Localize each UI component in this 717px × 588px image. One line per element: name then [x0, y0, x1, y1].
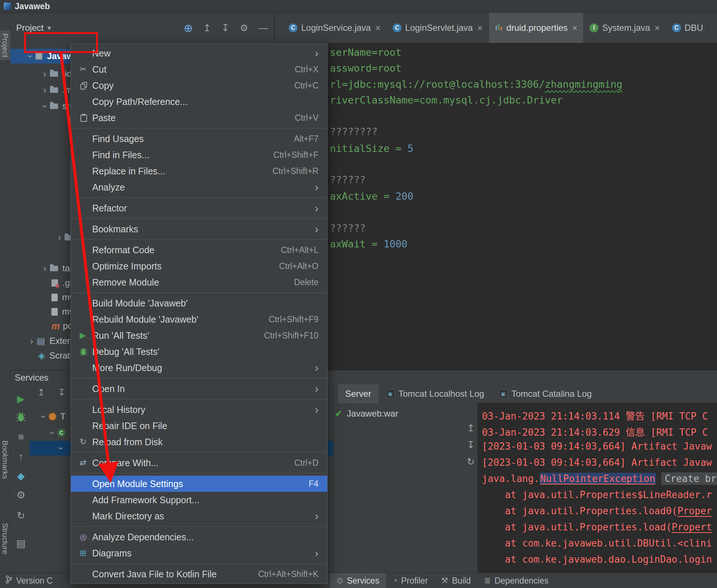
menu-item-repair-ide[interactable]: Repair IDE on File: [71, 418, 327, 434]
status-bar-tabs: ⊙ Services ◔ Profiler ⚒ Build ≣ Dependen…: [330, 573, 555, 588]
menu-item-open-in[interactable]: Open In›: [71, 381, 327, 397]
artifact-javaweb-war[interactable]: ✔ Javaweb:war: [335, 409, 398, 419]
refresh-icon[interactable]: ↻: [464, 456, 478, 468]
chevron-right-icon[interactable]: ›: [40, 69, 50, 79]
tree-item-scratches[interactable]: ◈ Scratc: [38, 348, 74, 363]
properties-file-icon: [495, 23, 503, 33]
menu-item-rebuild-module[interactable]: Rebuild Module 'Javaweb'Ctrl+Shift+F9: [71, 311, 327, 327]
menu-item-diagrams[interactable]: ⊞Diagrams›: [71, 545, 327, 561]
menu-item-build-module[interactable]: Build Module 'Javaweb': [71, 295, 327, 311]
tab-dbutil-java[interactable]: C DBU: [666, 13, 710, 43]
gear-icon[interactable]: ⚙: [240, 22, 248, 34]
menu-item-bookmarks[interactable]: Bookmarks›: [71, 221, 327, 237]
tool-button-bookmarks[interactable]: Bookmarks: [0, 440, 10, 479]
tab-system-java[interactable]: I System.java ×: [584, 13, 666, 43]
menu-item-cut[interactable]: ✂CutCtrl+X: [71, 61, 327, 77]
menu-item-paste[interactable]: PasteCtrl+V: [71, 110, 327, 126]
menu-item-optimize-imports[interactable]: Optimize ImportsCtrl+Alt+O: [71, 258, 327, 274]
close-icon[interactable]: ×: [655, 23, 660, 33]
menu-item-run-all-tests[interactable]: ▶Run 'All Tests'Ctrl+Shift+F10: [71, 327, 327, 344]
tool-button-structure[interactable]: Structure: [0, 523, 10, 554]
menu-item-add-framework-support[interactable]: Add Framework Support...: [71, 492, 327, 508]
menu-item-new[interactable]: New›: [71, 45, 327, 61]
statusbar-tab-build[interactable]: ⚒ Build: [435, 573, 478, 588]
chevron-right-icon[interactable]: ›: [26, 336, 37, 346]
menu-item-open-module-settings[interactable]: Open Module SettingsF4: [71, 476, 327, 492]
tab-tomcat-localhost-log[interactable]: ▣ Tomcat Localhost Log: [379, 384, 491, 403]
tab-server[interactable]: Server: [338, 384, 379, 403]
locate-file-icon[interactable]: ⊕: [184, 22, 193, 35]
expand-all-icon[interactable]: ↥: [203, 22, 211, 34]
menu-separator: [71, 239, 327, 240]
menu-item-convert-to-kotlin[interactable]: Convert Java File to Kotlin FileCtrl+Alt…: [71, 566, 327, 582]
wrench-icon[interactable]: ⚙: [14, 489, 28, 501]
tool-button-project[interactable]: Project: [0, 30, 10, 60]
chevron-down-icon[interactable]: ›: [38, 411, 49, 422]
tree-item-pom[interactable]: m po: [51, 319, 73, 333]
debug-icon[interactable]: [14, 412, 28, 424]
tree-item-target-folder[interactable]: › tar: [40, 261, 73, 276]
menu-item-debug-all-tests[interactable]: Debug 'All Tests': [71, 344, 327, 360]
tab-loginservice-java[interactable]: C LoginService.java ×: [283, 13, 387, 43]
services-tree-configuration[interactable]: › C: [47, 425, 69, 440]
menu-item-find-in-files[interactable]: Find in Files...Ctrl+Shift+F: [71, 147, 327, 163]
tab-loginservlet-java[interactable]: C LoginServlet.java ×: [387, 13, 489, 43]
menu-item-analyze-dependencies[interactable]: ◎Analyze Dependencies...: [71, 529, 327, 545]
statusbar-tab-dependencies[interactable]: ≣ Dependencies: [478, 573, 555, 588]
run-icon[interactable]: ▶: [14, 393, 28, 405]
chevron-right-icon[interactable]: ›: [40, 263, 50, 274]
menu-item-reformat-code[interactable]: Reformat CodeCtrl+Alt+L: [71, 242, 327, 258]
module-icon: [35, 52, 43, 60]
profiler-icon: ◔: [393, 576, 397, 585]
options-menu-icon[interactable]: ▤: [14, 538, 28, 549]
menu-item-mark-directory-as[interactable]: Mark Directory as›: [71, 508, 327, 524]
create-breakpoint-hint[interactable]: Create brea: [661, 472, 717, 485]
scroll-down-icon[interactable]: ↧: [464, 439, 478, 451]
menu-item-compare-with[interactable]: ⇄Compare With...Ctrl+D: [71, 455, 327, 471]
console-icon: ▣: [386, 389, 395, 398]
stop-icon[interactable]: ■: [14, 431, 28, 443]
gitignore-file-icon: [51, 279, 58, 287]
submenu-arrow-icon: ›: [315, 203, 318, 214]
close-icon[interactable]: ×: [375, 23, 381, 33]
chevron-down-icon[interactable]: ▾: [47, 23, 51, 32]
tab-druid-properties[interactable]: druid.properties ×: [489, 13, 584, 43]
menu-item-more-run-debug[interactable]: More Run/Debug›: [71, 360, 327, 376]
collapse-all-icon[interactable]: ↧: [221, 22, 230, 34]
chevron-right-icon[interactable]: ›: [40, 85, 50, 95]
hide-panel-icon[interactable]: —: [259, 22, 268, 34]
statusbar-tab-profiler[interactable]: ◔ Profiler: [386, 573, 435, 588]
stacktrace-link[interactable]: Propert: [672, 522, 712, 533]
artifact-icon[interactable]: ◆: [14, 470, 28, 482]
menu-item-replace-in-files[interactable]: Replace in Files...Ctrl+Shift+R: [71, 163, 327, 179]
close-icon[interactable]: ×: [572, 23, 578, 33]
project-view-selector[interactable]: Project: [16, 23, 44, 33]
stacktrace-link[interactable]: Proper: [677, 505, 712, 516]
scroll-up-icon[interactable]: ↥: [464, 422, 478, 434]
menu-item-remove-module[interactable]: Remove ModuleDelete: [71, 274, 327, 290]
services-tree-tomcat[interactable]: › T: [38, 409, 66, 424]
deploy-icon[interactable]: ↑: [14, 451, 28, 462]
chevron-right-icon[interactable]: ›: [54, 232, 65, 243]
exception-link[interactable]: NullPointerException: [540, 473, 656, 484]
menu-item-find-usages[interactable]: Find UsagesAlt+F7: [71, 131, 327, 147]
menu-item-local-history[interactable]: Local History›: [71, 402, 327, 418]
tab-tomcat-catalina-log[interactable]: ▣ Tomcat Catalina Log: [491, 384, 599, 403]
chevron-down-icon[interactable]: ›: [56, 443, 66, 453]
statusbar-tab-services[interactable]: ⊙ Services: [330, 573, 386, 588]
chevron-down-icon[interactable]: ›: [40, 101, 50, 111]
chevron-down-icon[interactable]: ›: [25, 51, 36, 61]
expand-all-icon[interactable]: ↥: [37, 387, 45, 398]
menu-item-analyze[interactable]: Analyze›: [71, 179, 327, 195]
menu-item-reload-from-disk[interactable]: ↻Reload from Disk: [71, 434, 327, 450]
tree-item-external-libraries[interactable]: › ▤ Extern: [26, 334, 75, 348]
tree-item-src-folder[interactable]: › src: [40, 99, 74, 113]
close-icon[interactable]: ×: [477, 23, 483, 33]
menu-item-copy-path-reference[interactable]: Copy Path/Reference...: [71, 94, 327, 110]
menu-item-refactor[interactable]: Refactor›: [71, 200, 327, 216]
refresh-icon[interactable]: ↻: [14, 510, 28, 522]
menu-item-copy[interactable]: CopyCtrl+C: [71, 77, 327, 94]
version-control-widget[interactable]: Version C: [5, 573, 53, 588]
chevron-down-icon[interactable]: ›: [47, 428, 58, 438]
collapse-all-icon[interactable]: ↧: [58, 387, 65, 398]
